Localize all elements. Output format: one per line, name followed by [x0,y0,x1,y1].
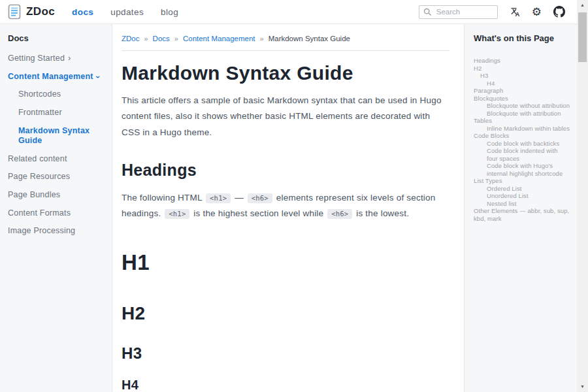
demo-heading-h3: H3 [122,344,449,363]
breadcrumb: ZDoc»Docs»Content Management»Markdown Sy… [122,32,449,42]
nav-link-blog[interactable]: blog [161,7,178,17]
toc-item-list-types[interactable]: List Types [474,177,570,185]
sidebar-item-content-formats[interactable]: Content Formats [0,204,112,223]
scrollbar-up-arrow-icon[interactable]: ▲ [577,0,588,10]
toc-item-inline-markdown-within-tables[interactable]: Inline Markdown within tables [474,125,570,133]
toc-item-unordered-list[interactable]: Unordered List [474,192,570,200]
breadcrumb-link-zdoc[interactable]: ZDoc [122,35,139,42]
navbar-actions: A ⚙ [419,5,569,19]
toc-list: HeadingsH2H3H4ParagraphBlockquotesBlockq… [474,57,570,222]
section-title-headings: Headings [122,161,449,180]
app-viewport: ZDoc docsupdatesblog [0,0,588,392]
toc-item-blockquote-with-attribution[interactable]: Blockquote with attribution [474,110,570,118]
toc-item-nested-list[interactable]: Nested list [474,200,570,208]
toc-item-blockquotes[interactable]: Blockquotes [474,95,570,103]
demo-headings: H1H2H3H4H5H6 [122,250,449,392]
toc-panel: What's on this Page HeadingsH2H3H4Paragr… [464,24,577,392]
sidebar-item-markdown-syntax-guide[interactable]: Markdown Syntax Guide [0,122,112,150]
main-content: ZDoc»Docs»Content Management»Markdown Sy… [112,24,464,392]
sidebar-title: Docs [0,28,112,50]
layout: Docs Getting Started›Content Management›… [0,24,577,392]
breadcrumb-link-docs[interactable]: Docs [153,35,170,42]
headings-paragraph: The following HTML <h1> — <h6> elements … [122,190,449,221]
breadcrumb-divider [122,50,449,51]
sidebar-item-page-resources[interactable]: Page Resources [0,168,112,186]
scrollbar-thumb[interactable] [578,12,587,62]
search-icon [423,8,432,16]
github-icon[interactable] [553,6,565,18]
nav-link-docs[interactable]: docs [72,7,93,17]
demo-heading-h4: H4 [122,378,449,392]
sidebar-items: Getting Started›Content Management›Short… [0,50,112,240]
breadcrumb-separator: » [144,35,148,42]
main-nav: docsupdatesblog [72,7,178,17]
scrollbar[interactable]: ▲ ▼ [577,0,588,392]
sidebar-item-frontmatter[interactable]: Frontmatter [0,104,112,122]
demo-heading-h2: H2 [122,303,449,324]
search-box[interactable] [419,5,498,19]
intro-paragraph: This article offers a sample of basic Ma… [122,93,449,140]
sidebar-item-content-management[interactable]: Content Management› [0,68,112,86]
toc-item-h2[interactable]: H2 [474,65,570,73]
gear-icon[interactable]: ⚙ [532,7,542,18]
sidebar-item-shortcodes[interactable]: Shortcodes [0,86,112,104]
toc-item-tables[interactable]: Tables [474,117,570,125]
sidebar-item-related-content[interactable]: Related content [0,150,112,169]
demo-heading-h1: H1 [122,250,449,275]
breadcrumb-link-content-management[interactable]: Content Management [183,35,255,42]
toc-item-paragraph[interactable]: Paragraph [474,87,570,95]
inline-code: <h6> [327,209,352,219]
page-title: Markdown Syntax Guide [122,62,449,84]
svg-text:A: A [515,10,519,17]
search-input[interactable] [435,7,493,16]
breadcrumb-current-markdown-syntax-guide: Markdown Syntax Guide [269,35,350,42]
brand-link[interactable]: ZDoc [8,4,55,20]
toc-item-blockquote-without-attribution[interactable]: Blockquote without attribution [474,102,570,110]
toc-item-code-block-indented-with-four-spaces[interactable]: Code block indented with four spaces [474,147,570,162]
toc-item-code-block-with-hugo-s-internal-highlight-shortcode[interactable]: Code block with Hugo's internal highligh… [474,162,570,177]
page: ZDoc docsupdatesblog [0,0,577,392]
toc-item-h4[interactable]: H4 [474,80,570,88]
toc-item-other-elements-abbr-sub-sup-kbd-mark[interactable]: Other Elements — abbr, sub, sup, kbd, ma… [474,207,570,222]
top-navbar: ZDoc docsupdatesblog [0,0,577,24]
nav-link-updates[interactable]: updates [110,7,144,17]
brand-name: ZDoc [26,5,55,18]
toc-title: What's on this Page [474,33,570,43]
breadcrumb-separator: » [260,35,264,42]
inline-code: <h1> [165,209,189,219]
translate-icon[interactable]: A [510,7,520,17]
toc-item-headings[interactable]: Headings [474,57,570,65]
inline-code: <h1> [206,193,231,203]
document-logo-icon [8,4,21,20]
docs-sidebar: Docs Getting Started›Content Management›… [0,24,112,392]
sidebar-item-getting-started[interactable]: Getting Started› [0,50,112,68]
toc-item-code-block-with-backticks[interactable]: Code block with backticks [474,140,570,148]
sidebar-item-image-processing[interactable]: Image Processing [0,222,112,240]
inline-code: <h6> [248,193,272,203]
scrollbar-down-arrow-icon[interactable]: ▼ [577,382,588,392]
breadcrumb-separator: » [174,35,178,42]
toc-item-code-blocks[interactable]: Code Blocks [474,132,570,140]
toc-item-ordered-list[interactable]: Ordered List [474,185,570,193]
sidebar-item-page-bundles[interactable]: Page Bundles [0,186,112,204]
toc-item-h3[interactable]: H3 [474,72,570,80]
